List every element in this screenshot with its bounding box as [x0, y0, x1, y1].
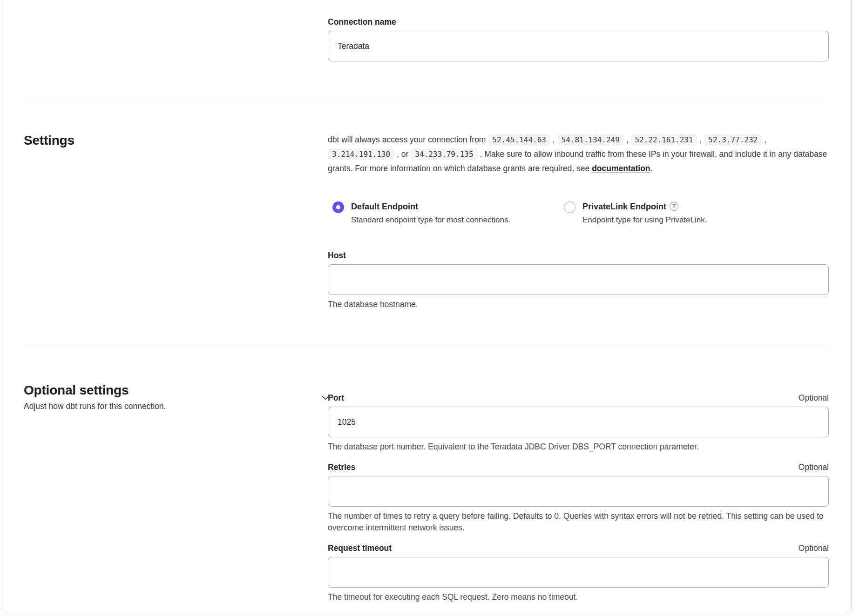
- optional-settings-subtitle: Adjust how dbt runs for this connection.: [24, 400, 328, 412]
- default-endpoint-radio[interactable]: [332, 201, 344, 213]
- connection-settings-card: Connection name Settings dbt will always…: [2, 0, 852, 612]
- ip-separator: ,: [553, 135, 555, 144]
- optional-settings-section: Optional settings Adjust how dbt runs fo…: [2, 346, 851, 616]
- optional-badge: Optional: [799, 462, 829, 472]
- connection-name-section: Connection name: [2, 0, 851, 97]
- settings-section: Settings dbt will always access your con…: [2, 97, 851, 346]
- ip-or-word: or: [401, 149, 409, 159]
- ip-address-chip: 52.45.144.63: [488, 134, 550, 146]
- request-timeout-input[interactable]: [328, 557, 829, 588]
- retries-label: Retries: [328, 462, 355, 473]
- privatelink-endpoint-radio[interactable]: [564, 201, 575, 213]
- privatelink-endpoint-label: PrivateLink Endpoint: [582, 201, 666, 213]
- request-timeout-helper-text: The timeout for executing each SQL reque…: [328, 591, 829, 603]
- optional-badge: Optional: [799, 393, 829, 403]
- endpoint-radio-group: Default Endpoint Standard endpoint type …: [332, 201, 829, 226]
- port-field: Port Optional The database port number. …: [328, 392, 829, 453]
- default-endpoint-option[interactable]: Default Endpoint Standard endpoint type …: [332, 201, 564, 226]
- ip-separator: ,: [700, 135, 702, 144]
- host-field: Host The database hostname.: [328, 250, 829, 310]
- connection-name-left-spacer: [24, 16, 328, 61]
- ip-address-chip: 52.3.77.232: [704, 134, 762, 146]
- ip-allowlist-paragraph: dbt will always access your connection f…: [328, 133, 829, 176]
- connection-name-label: Connection name: [328, 16, 829, 27]
- optional-badge: Optional: [799, 543, 829, 553]
- retries-helper-text: The number of times to retry a query bef…: [328, 510, 829, 534]
- settings-heading: Settings: [24, 133, 328, 148]
- host-helper-text: The database hostname.: [328, 299, 829, 310]
- ip-separator: ,: [764, 135, 766, 144]
- default-endpoint-label: Default Endpoint: [351, 201, 418, 213]
- ip-separator: ,: [626, 135, 629, 144]
- ip-address-chip: 3.214.191.130: [328, 148, 394, 160]
- request-timeout-label: Request timeout: [328, 542, 392, 554]
- port-input[interactable]: [328, 407, 829, 437]
- ip-address-chip: 52.22.161.231: [630, 134, 697, 146]
- ip-address-chip: 34.233.79.135: [411, 148, 477, 160]
- privatelink-endpoint-option[interactable]: PrivateLink Endpoint? Endpoint type for …: [564, 201, 707, 226]
- ip-paragraph-period: .: [650, 164, 653, 173]
- connection-name-input[interactable]: [328, 31, 829, 61]
- default-endpoint-description: Standard endpoint type for most connecti…: [351, 214, 510, 226]
- port-helper-text: The database port number. Equivalent to …: [328, 441, 829, 453]
- host-input[interactable]: [328, 264, 829, 295]
- ip-paragraph-intro: dbt will always access your connection f…: [328, 135, 486, 144]
- help-icon[interactable]: ?: [670, 202, 678, 211]
- retries-field: Retries Optional The number of times to …: [328, 462, 829, 534]
- privatelink-endpoint-description: Endpoint type for using PrivateLink.: [582, 214, 707, 226]
- retries-input[interactable]: [328, 476, 829, 507]
- ip-address-chip: 54.81.134.249: [557, 134, 624, 146]
- chevron-down-icon[interactable]: [320, 393, 331, 403]
- request-timeout-field: Request timeout Optional The timeout for…: [328, 542, 829, 603]
- optional-settings-heading: Optional settings: [24, 382, 328, 398]
- ip-separator: ,: [397, 149, 399, 159]
- documentation-link[interactable]: documentation: [592, 164, 650, 173]
- host-label: Host: [328, 250, 829, 261]
